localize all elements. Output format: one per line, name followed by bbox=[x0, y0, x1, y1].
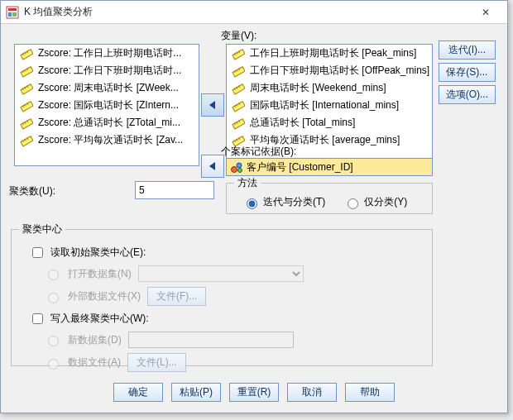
list-item[interactable]: Zscore: 工作日下班时期电话时... bbox=[15, 62, 199, 79]
save-button[interactable]: 保存(S)... bbox=[439, 63, 496, 82]
clusters-input[interactable] bbox=[135, 181, 214, 199]
move-to-case-button[interactable] bbox=[201, 155, 224, 178]
external-file-row: 外部数据文件(X) 文件(F)... bbox=[44, 287, 415, 306]
svg-marker-11 bbox=[209, 101, 215, 109]
label-variables: 变量(V): bbox=[221, 29, 256, 43]
scale-icon bbox=[232, 64, 245, 78]
bottom-button-row: 确定 粘贴(P) 重置(R) 取消 帮助 bbox=[9, 379, 499, 404]
open-dataset-select bbox=[138, 265, 304, 282]
scale-icon bbox=[20, 99, 33, 112]
radio-external-file bbox=[48, 293, 59, 303]
scale-icon bbox=[20, 82, 33, 95]
list-item[interactable]: 国际电话时长 [International_mins] bbox=[227, 97, 432, 114]
file-button-1: 文件(F)... bbox=[147, 287, 206, 306]
scale-icon bbox=[232, 47, 245, 60]
read-initial-checkbox[interactable]: 读取初始聚类中心(E): bbox=[29, 245, 415, 260]
titlebar[interactable]: K 均值聚类分析 ✕ bbox=[1, 1, 507, 24]
open-dataset-row: 打开数据集(N) bbox=[44, 265, 415, 282]
write-final-checkbox[interactable]: 写入最终聚类中心(W): bbox=[29, 311, 415, 327]
list-item[interactable]: Zscore: 总通话时长 [ZTotal_mi... bbox=[15, 114, 199, 131]
scale-icon bbox=[232, 99, 245, 112]
data-file-row: 数据文件(A) 文件(L)... bbox=[44, 353, 415, 372]
case-label-value: 客户编号 [Customer_ID] bbox=[247, 160, 353, 174]
chk-write-final[interactable] bbox=[32, 313, 43, 324]
new-dataset-input bbox=[128, 332, 294, 348]
scale-icon bbox=[232, 117, 245, 130]
dialog-title: K 均值聚类分析 bbox=[24, 5, 93, 19]
iterate-button[interactable]: 迭代(I)... bbox=[439, 41, 496, 60]
options-button[interactable]: 选项(O)... bbox=[439, 85, 496, 104]
radio-open-dataset bbox=[48, 270, 59, 280]
scale-icon bbox=[232, 82, 245, 95]
help-button[interactable]: 帮助 bbox=[345, 383, 395, 402]
kmeans-dialog: K 均值聚类分析 ✕ 迭代(I)... 保存(S)... 选项(O)... 变量… bbox=[0, 0, 508, 413]
close-button[interactable]: ✕ bbox=[469, 3, 502, 21]
list-item[interactable]: 工作日上班时期电话时长 [Peak_mins] bbox=[227, 45, 432, 62]
arrow-left-icon bbox=[207, 160, 218, 172]
scale-icon bbox=[20, 134, 33, 147]
source-variable-list[interactable]: Zscore: 工作日上班时期电话时... Zscore: 工作日下班时期电话时… bbox=[14, 44, 199, 166]
list-item[interactable]: Zscore: 工作日上班时期电话时... bbox=[15, 45, 199, 62]
label-case: 个案标记依据(B): bbox=[221, 145, 296, 159]
list-item[interactable]: 工作日下班时期电话时长 [OffPeak_mins] bbox=[227, 62, 432, 79]
radio-new-dataset bbox=[48, 336, 59, 346]
case-label-field[interactable]: 客户编号 [Customer_ID] bbox=[226, 158, 433, 176]
nominal-icon bbox=[230, 160, 243, 174]
method-group: 方法 迭代与分类(T) 仅分类(Y) bbox=[226, 176, 433, 214]
reset-button[interactable]: 重置(R) bbox=[229, 383, 279, 402]
radio-data-file bbox=[48, 359, 59, 370]
paste-button[interactable]: 粘贴(P) bbox=[171, 383, 221, 402]
list-item[interactable]: 总通话时长 [Total_mins] bbox=[227, 114, 432, 131]
app-icon bbox=[6, 6, 19, 19]
chk-read-initial[interactable] bbox=[32, 247, 43, 258]
method-iterate-classify[interactable]: 迭代与分类(T) bbox=[242, 195, 325, 209]
method-legend: 方法 bbox=[234, 176, 261, 190]
target-variable-list[interactable]: 工作日上班时期电话时长 [Peak_mins] 工作日下班时期电话时长 [Off… bbox=[226, 44, 433, 161]
new-dataset-row: 新数据集(D) bbox=[44, 332, 415, 348]
scale-icon bbox=[20, 64, 33, 78]
label-clusters: 聚类数(U): bbox=[9, 184, 55, 198]
center-legend: 聚类中心 bbox=[19, 222, 65, 236]
arrow-left-icon bbox=[207, 99, 218, 111]
scale-icon bbox=[20, 47, 33, 60]
file-button-2: 文件(L)... bbox=[127, 353, 186, 372]
radio-classify-only[interactable] bbox=[348, 198, 358, 209]
list-item[interactable]: Zscore: 周末电话时长 [ZWeek... bbox=[15, 79, 199, 97]
scale-icon bbox=[20, 117, 33, 130]
close-icon: ✕ bbox=[482, 7, 490, 18]
list-item[interactable]: 周末电话时长 [Weekend_mins] bbox=[227, 79, 432, 97]
cluster-center-group: 聚类中心 读取初始聚类中心(E): 打开数据集(N) 外部数据文件(X) 文件(… bbox=[11, 222, 433, 366]
move-to-variables-button[interactable] bbox=[201, 93, 224, 117]
svg-marker-12 bbox=[209, 162, 215, 170]
list-item[interactable]: Zscore: 国际电话时长 [ZIntern... bbox=[15, 97, 199, 114]
ok-button[interactable]: 确定 bbox=[113, 383, 163, 402]
list-item[interactable]: Zscore: 平均每次通话时长 [Zav... bbox=[15, 131, 199, 149]
cancel-button[interactable]: 取消 bbox=[287, 383, 337, 402]
radio-iter-classify[interactable] bbox=[247, 198, 257, 209]
method-classify-only[interactable]: 仅分类(Y) bbox=[343, 195, 407, 209]
